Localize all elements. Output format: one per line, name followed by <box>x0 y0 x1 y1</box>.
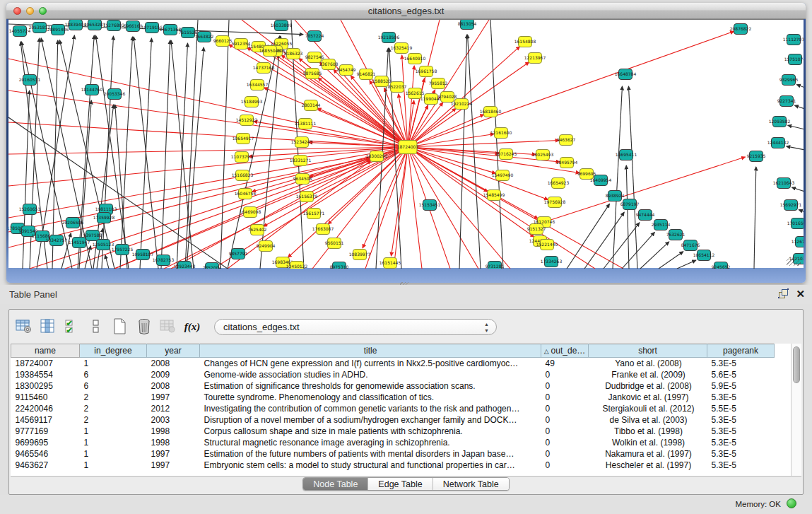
graph-node[interactable]: 8975310 <box>330 262 349 269</box>
table-row[interactable]: 946554611997Estimation of the future num… <box>11 448 775 460</box>
graph-node[interactable]: 15751074 <box>784 54 804 65</box>
citation-edge-red[interactable] <box>408 31 734 147</box>
graph-node[interactable]: 5875685 <box>303 69 322 79</box>
citation-edge-red[interactable] <box>171 160 370 269</box>
graph-node[interactable]: 15166823 <box>232 170 254 181</box>
graph-node[interactable]: 14055724 <box>9 26 31 37</box>
graph-node[interactable]: 12093582 <box>769 117 791 127</box>
citation-edge-black[interactable] <box>105 255 109 269</box>
graph-node[interactable]: 16961758 <box>416 66 437 77</box>
graph-node[interactable]: 9329965 <box>779 75 799 86</box>
citation-edge-red[interactable] <box>408 147 534 237</box>
graph-node[interactable]: 6879197 <box>620 199 640 210</box>
graph-node[interactable]: 9474444 <box>636 210 655 221</box>
graph-node[interactable]: 16648784 <box>615 69 637 80</box>
graph-node[interactable]: 11381111 <box>295 119 317 129</box>
citation-edge-black[interactable] <box>788 125 804 129</box>
delete-table-icon[interactable] <box>134 317 155 337</box>
graph-node[interactable]: 9249904 <box>257 241 276 252</box>
citation-edge-red[interactable] <box>408 147 579 173</box>
graph-node[interactable]: 9634508 <box>293 174 312 185</box>
citation-edge-black[interactable] <box>490 20 503 269</box>
table-row[interactable]: 1872400712008Changes of HCN gene express… <box>11 358 775 369</box>
graph-node[interactable]: 8454749 <box>337 65 356 76</box>
graph-node[interactable]: 16151445 <box>379 258 401 269</box>
graph-node[interactable]: 9245652 <box>712 262 731 269</box>
graph-node[interactable]: 15692971 <box>780 200 802 211</box>
import-table-icon[interactable] <box>158 317 179 337</box>
citation-edge-red[interactable] <box>402 55 408 147</box>
graph-node[interactable]: 10654917 <box>233 134 254 144</box>
graph-node[interactable]: 16344557 <box>247 80 269 90</box>
graph-node[interactable]: 16782753 <box>153 255 175 266</box>
table-row[interactable]: 911546021997Tourette syndrome. Phenomeno… <box>11 392 775 403</box>
graph-node[interactable]: 17016504 <box>787 218 804 229</box>
column-header-year[interactable]: year <box>147 344 200 358</box>
citation-edge-red[interactable] <box>408 147 548 199</box>
table-row[interactable]: 1456911722003Disruption of a novel membe… <box>11 414 775 426</box>
graph-node[interactable]: 10654112 <box>693 250 715 261</box>
network-canvas-area[interactable]: 1405572420531812208914061883940410653287… <box>8 19 804 268</box>
canvas-resize-grip[interactable] <box>787 257 801 266</box>
graph-node[interactable]: 7625402 <box>248 225 267 235</box>
citation-edge-black[interactable] <box>604 223 640 269</box>
table-row[interactable]: 1830029562008Estimation of significance … <box>11 380 775 392</box>
row-height-icon[interactable] <box>86 317 107 337</box>
graph-node[interactable]: 2935114 <box>652 220 671 230</box>
citation-edge-red[interactable] <box>408 20 489 147</box>
graph-node[interactable]: 7632621 <box>666 230 686 240</box>
graph-node[interactable]: 16654923 <box>548 178 570 189</box>
citation-edge-black[interactable] <box>622 232 654 269</box>
tab-node-table[interactable]: Node Table <box>303 478 368 490</box>
citation-edge-black[interactable] <box>613 86 622 269</box>
new-table-icon[interactable] <box>110 317 131 337</box>
graph-node[interactable]: 11267530 <box>792 237 804 247</box>
graph-node[interactable]: 19756928 <box>544 197 566 208</box>
graph-node[interactable]: 18724007 <box>397 141 419 154</box>
graph-node[interactable]: 7663822 <box>195 32 214 42</box>
graph-node[interactable]: 9731281 <box>486 262 505 269</box>
table-row[interactable]: 946362711997Embryonic stem cells: a mode… <box>11 460 775 471</box>
column-header-title[interactable]: title <box>200 344 541 358</box>
graph-node[interactable]: 19218506 <box>378 33 400 43</box>
float-panel-icon[interactable] <box>778 288 789 299</box>
table-vertical-scrollbar[interactable] <box>791 344 801 477</box>
graph-node[interactable]: 17334263 <box>541 257 563 267</box>
column-header-name[interactable]: name <box>11 344 80 358</box>
citation-edge-black[interactable] <box>796 85 804 88</box>
citation-edge-red[interactable] <box>8 147 408 218</box>
citation-edge-black[interactable] <box>677 260 696 269</box>
graph-node[interactable]: 16156379 <box>296 192 318 202</box>
graph-node[interactable]: 9227341 <box>777 96 796 107</box>
table-select-combo[interactable]: citations_edges.txt ▲▼ <box>214 319 497 335</box>
citation-edge-black[interactable] <box>140 38 151 269</box>
tab-network-table[interactable]: Network Table <box>433 478 509 490</box>
graph-node[interactable]: 14737168 <box>253 63 275 74</box>
table-row[interactable]: 977716911998Corpus callosum shape and si… <box>11 426 775 437</box>
graph-node[interactable]: 8522037 <box>388 82 407 93</box>
tab-edge-table[interactable]: Edge Table <box>368 478 433 490</box>
graph-node[interactable]: 15184993 <box>241 97 263 107</box>
column-header-in_degree[interactable]: in_degree <box>80 344 147 358</box>
network-canvas[interactable]: 1405572420531812208914061883940410653287… <box>8 20 804 269</box>
graph-node[interactable]: 8186323 <box>284 49 303 59</box>
graph-node[interactable]: 10839977 <box>349 250 371 260</box>
table-row[interactable]: 2242004622012Investigating the contribut… <box>11 403 775 414</box>
graph-node[interactable]: 9660125 <box>213 36 233 47</box>
graph-node[interactable]: 6966160 <box>124 21 143 32</box>
graph-node[interactable]: 15276802 <box>103 21 125 31</box>
graph-node[interactable]: 9151327 <box>527 224 546 235</box>
citation-edge-red[interactable] <box>408 147 623 269</box>
citation-edge-black[interactable] <box>792 187 804 192</box>
citation-edge-black[interactable] <box>626 165 629 269</box>
graph-node[interactable]: 7955812 <box>429 78 448 89</box>
citation-edge-black[interactable] <box>754 167 756 269</box>
select-rows-icon[interactable]: ✔✔ <box>61 317 83 337</box>
scrollbar-thumb[interactable] <box>793 346 800 383</box>
citation-edge-black[interactable] <box>567 204 609 269</box>
column-header-pagerank[interactable]: pagerank <box>707 344 775 358</box>
graph-node[interactable]: 16210643 <box>773 178 795 189</box>
citation-edge-black[interactable] <box>120 37 132 269</box>
graph-node[interactable]: 18495794 <box>556 158 578 168</box>
graph-node[interactable]: 11073793 <box>231 152 253 163</box>
